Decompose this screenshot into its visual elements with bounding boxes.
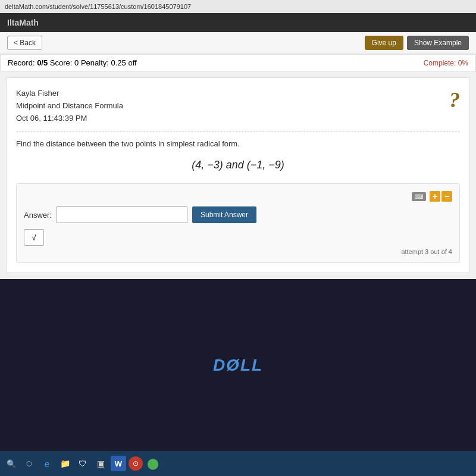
math-expression: (4, −3) and (−1, −9) bbox=[16, 159, 460, 171]
taskbar-cortana-icon[interactable]: ⬡ bbox=[21, 456, 37, 471]
penalty-value: 0.25 off bbox=[111, 58, 136, 67]
url-bar: deltaMath.com/student/solve/11755613/cus… bbox=[0, 0, 476, 13]
record-value: 0/5 bbox=[37, 58, 48, 67]
record-bar: Record: 0/5 Score: 0 Penalty: 0.25 off C… bbox=[0, 54, 476, 71]
url-text: deltaMath.com/student/solve/11755613/cus… bbox=[5, 3, 191, 10]
dell-logo: DØLL bbox=[213, 356, 263, 375]
toolbar: < Back Give up Show Example bbox=[0, 32, 476, 54]
taskbar: 🔍 ⬡ e 📁 🛡 ▣ W ⊙ ⬤ bbox=[0, 451, 476, 476]
taskbar-search-icon[interactable]: 🔍 bbox=[4, 456, 19, 471]
expression-text: (4, −3) and (−1, −9) bbox=[192, 159, 284, 171]
submit-button[interactable]: Submit Answer bbox=[192, 206, 256, 223]
keyboard-icon-row: ⌨ + − bbox=[24, 191, 452, 202]
taskbar-edge-icon[interactable]: e bbox=[39, 456, 55, 471]
taskbar-media-icon[interactable]: ⊙ bbox=[129, 456, 143, 471]
taskbar-taskview-icon[interactable]: ▣ bbox=[93, 456, 108, 471]
answer-row: Answer: Submit Answer bbox=[24, 206, 452, 223]
student-topic: Midpoint and Distance Formula bbox=[16, 100, 460, 112]
taskbar-word-icon[interactable]: W bbox=[111, 456, 126, 471]
app-name: IltaMath bbox=[7, 18, 39, 27]
app-header: IltaMath bbox=[0, 13, 476, 32]
taskbar-folder-icon[interactable]: 📁 bbox=[57, 456, 73, 471]
problem-card: ? Kayla Fisher Midpoint and Distance For… bbox=[6, 77, 470, 273]
zoom-controls: + − bbox=[430, 191, 452, 202]
student-date: Oct 06, 11:43:39 PM bbox=[16, 112, 460, 125]
record-info: Record: 0/5 Score: 0 Penalty: 0.25 off bbox=[8, 58, 137, 67]
answer-label: Answer: bbox=[24, 211, 52, 220]
score-value: 0 bbox=[74, 58, 79, 67]
show-example-button[interactable]: Show Example bbox=[407, 36, 469, 50]
zoom-out-button[interactable]: − bbox=[441, 191, 452, 202]
score-label: Score: bbox=[50, 58, 74, 67]
back-button[interactable]: < Back bbox=[7, 36, 42, 50]
penalty-label: Penalty: bbox=[81, 58, 111, 67]
student-info: Kayla Fisher Midpoint and Distance Formu… bbox=[16, 87, 460, 132]
toolbar-right: Give up Show Example bbox=[365, 36, 469, 50]
record-label: Record: bbox=[8, 58, 37, 67]
give-up-button[interactable]: Give up bbox=[365, 36, 403, 50]
screen-wrapper: deltaMath.com/student/solve/11755613/cus… bbox=[0, 0, 476, 476]
main-content: ? Kayla Fisher Midpoint and Distance For… bbox=[0, 71, 476, 279]
complete-text: Complete: 0% bbox=[424, 59, 468, 67]
taskbar-chrome-icon[interactable]: ⬤ bbox=[145, 456, 161, 471]
browser-frame: < Back Give up Show Example Record: 0/5 … bbox=[0, 32, 476, 279]
zoom-in-button[interactable]: + bbox=[430, 191, 440, 202]
student-name: Kayla Fisher bbox=[16, 87, 460, 100]
answer-input[interactable] bbox=[57, 206, 187, 223]
keyboard-icon[interactable]: ⌨ bbox=[412, 192, 426, 201]
sqrt-button[interactable]: √ bbox=[24, 229, 44, 246]
answer-section: ⌨ + − Answer: Submit Answer √ bbox=[16, 183, 460, 263]
help-icon[interactable]: ? bbox=[449, 87, 460, 112]
attempt-text: attempt 3 out of 4 bbox=[24, 248, 452, 255]
taskbar-shield-icon[interactable]: 🛡 bbox=[75, 456, 90, 471]
question-text: Find the distance between the two points… bbox=[16, 139, 460, 148]
dell-area: DØLL bbox=[0, 279, 476, 451]
